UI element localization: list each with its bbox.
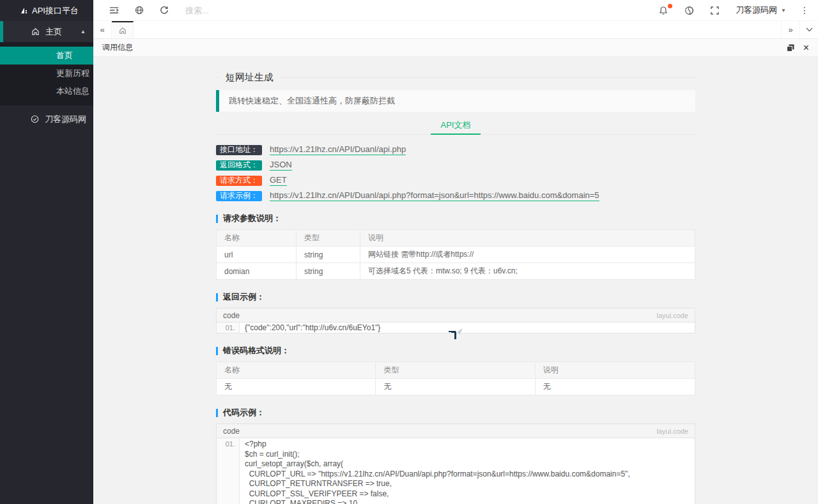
sidebar-item-label: 主页: [45, 26, 62, 38]
param-table: 名称 类型 说明 url string 网站链接 需带http://或者http…: [216, 229, 695, 280]
table-header-row: 名称 类型 说明: [217, 362, 695, 379]
refresh-icon[interactable]: [160, 6, 169, 15]
search-input[interactable]: [184, 5, 293, 16]
table-header-row: 名称 类型 说明: [217, 230, 695, 247]
chevron-up-icon: ▲: [81, 29, 86, 34]
doc-tabs: API文档: [216, 117, 695, 135]
restore-window-icon[interactable]: [787, 44, 794, 52]
api-endpoint-link[interactable]: https://v1.21lhz.cn/API/Duanl/api.php: [270, 144, 406, 155]
return-example-wrap: code layui.code 01. {"code":200,"url":"h…: [216, 308, 695, 333]
error-code-table: 名称 类型 说明 无 无 无: [216, 362, 695, 395]
tabbar-spacer: [134, 21, 781, 38]
code-block-title: code: [223, 311, 240, 320]
code-block-engine-label: layui.code: [656, 427, 688, 435]
sidebar-item-site-info[interactable]: 本站信息: [0, 82, 93, 100]
code-block-engine-label: layui.code: [656, 312, 688, 319]
api-info-row: 请求示例： https://v1.21lhz.cn/API/Duanl/api.…: [216, 190, 695, 201]
code-block-body: 01. <?php $ch = curl_init(); curl_setopt…: [217, 438, 695, 504]
username: 刀客源码网: [736, 4, 777, 16]
section-heading-code-example: 代码示例：: [216, 407, 695, 418]
app-window: API接口平台 主页 ▲ 首页 更新历程 本站信息 刀客源码网: [0, 0, 818, 504]
sidebar-item-daoke[interactable]: 刀客源码网: [0, 109, 93, 130]
heading-accent-bar: [216, 347, 218, 355]
user-menu[interactable]: 刀客源码网 ▼: [736, 4, 786, 16]
request-method-link[interactable]: GET: [270, 175, 287, 186]
app-logo: API接口平台: [0, 0, 93, 21]
code-block-body: 01. {"code":200,"url":"http://u6v.cn/6uE…: [217, 323, 695, 333]
code-block-header: code layui.code: [217, 309, 695, 323]
tabs-scroll-left-button[interactable]: «: [93, 21, 112, 38]
request-method-badge: 请求方式：: [216, 176, 262, 186]
topbar-right-actions: 刀客源码网 ▼ ⋮: [642, 4, 818, 16]
table-row: url string 网站链接 需带http://或者https://: [217, 247, 695, 263]
section-heading-return-example: 返回示例：: [216, 291, 695, 303]
chevron-down-icon: [806, 27, 813, 32]
api-info-row: 请求方式： GET: [216, 175, 695, 186]
sidebar-item-home-group[interactable]: 主页 ▲: [0, 21, 93, 42]
php-example-code: <?php $ch = curl_init(); curl_setopt_arr…: [245, 439, 695, 504]
code-area: {"code":200,"url":"http://u6v.cn/6uEYo1"…: [240, 323, 695, 333]
request-example-link[interactable]: https://v1.21lhz.cn/API/Duanl/api.php?fo…: [270, 190, 599, 201]
logo-icon: [19, 6, 28, 15]
heading-accent-bar: [216, 409, 218, 417]
sidebar-item-changelog[interactable]: 更新历程: [0, 65, 93, 82]
check-circle-icon: [31, 115, 39, 123]
sidebar-submenu: 首页 更新历程 本站信息: [0, 42, 93, 105]
return-example-code-block: code layui.code 01. {"code":200,"url":"h…: [216, 308, 695, 333]
chevron-down-icon: ▼: [781, 8, 786, 13]
api-info-row: 返回格式： JSON: [216, 160, 695, 171]
home-tab-icon: [119, 27, 127, 34]
api-info-list: 接口地址： https://v1.21lhz.cn/API/Duanl/api.…: [216, 144, 695, 201]
tab-api-doc[interactable]: API文档: [431, 117, 481, 135]
table-row: 无 无 无: [217, 379, 695, 395]
content-frame: 短网址生成 跳转快速稳定、全国连通性高，防屏蔽防拦截 API文档 接口地址： h…: [93, 57, 818, 504]
sidebar-item-index[interactable]: 首页: [0, 47, 93, 65]
description-quote: 跳转快速稳定、全国连通性高，防屏蔽防拦截: [216, 90, 695, 112]
page-title: 短网址生成: [219, 72, 280, 84]
panel-header: 调用信息 ×: [93, 39, 818, 57]
notification-dot: [668, 4, 672, 8]
page-title-field: 短网址生成: [216, 72, 695, 84]
heading-accent-bar: [216, 215, 218, 223]
notifications-bell-icon[interactable]: [659, 6, 668, 15]
panel-title: 调用信息: [102, 42, 133, 53]
globe-icon[interactable]: [135, 6, 144, 15]
close-icon[interactable]: ×: [803, 43, 809, 53]
panel-actions: ×: [778, 43, 809, 53]
code-block-title: code: [223, 427, 240, 436]
tabs-scroll-right-button[interactable]: »: [781, 21, 799, 38]
api-endpoint-badge: 接口地址：: [216, 145, 262, 155]
api-info-row: 接口地址： https://v1.21lhz.cn/API/Duanl/api.…: [216, 144, 695, 155]
more-menu-icon[interactable]: ⋮: [800, 5, 809, 15]
sidebar-item-label: 刀客源码网: [45, 114, 86, 125]
code-area: <?php $ch = curl_init(); curl_setopt_arr…: [240, 438, 695, 504]
code-block-header: code layui.code: [217, 424, 695, 438]
tabs-menu-button[interactable]: [799, 21, 818, 38]
heading-accent-bar: [216, 293, 218, 302]
return-format-badge: 返回格式：: [216, 160, 262, 171]
theme-icon[interactable]: [684, 6, 694, 15]
api-doc-page: 短网址生成 跳转快速稳定、全国连通性高，防屏蔽防拦截 API文档 接口地址： h…: [216, 57, 695, 504]
collapse-sidebar-icon[interactable]: [109, 6, 119, 14]
tab-strip: « »: [93, 21, 818, 39]
line-number-gutter: 01.: [217, 323, 240, 333]
section-heading-error-codes: 错误码格式说明：: [216, 345, 695, 356]
top-header-bar: 刀客源码网 ▼ ⋮: [93, 0, 818, 21]
sidebar: API接口平台 主页 ▲ 首页 更新历程 本站信息 刀客源码网: [0, 0, 93, 504]
line-number-gutter: 01.: [217, 438, 240, 504]
app-title: API接口平台: [32, 5, 79, 17]
return-json-code: {"code":200,"url":"http://u6v.cn/6uEYo1"…: [245, 323, 695, 332]
return-format-link[interactable]: JSON: [270, 160, 292, 171]
main-area: 刀客源码网 ▼ ⋮ « » 调用信息: [93, 0, 818, 504]
request-example-badge: 请求示例：: [216, 191, 262, 201]
table-row: domian string 可选择域名5 代表：mtw.so; 9 代表：u6v…: [217, 263, 695, 280]
php-example-code-block: code layui.code 01. <?php $ch = curl_ini…: [216, 424, 695, 504]
home-icon: [31, 27, 40, 36]
section-heading-params: 请求参数说明：: [216, 213, 695, 224]
tab-home[interactable]: [112, 21, 134, 38]
fullscreen-icon[interactable]: [711, 6, 719, 15]
